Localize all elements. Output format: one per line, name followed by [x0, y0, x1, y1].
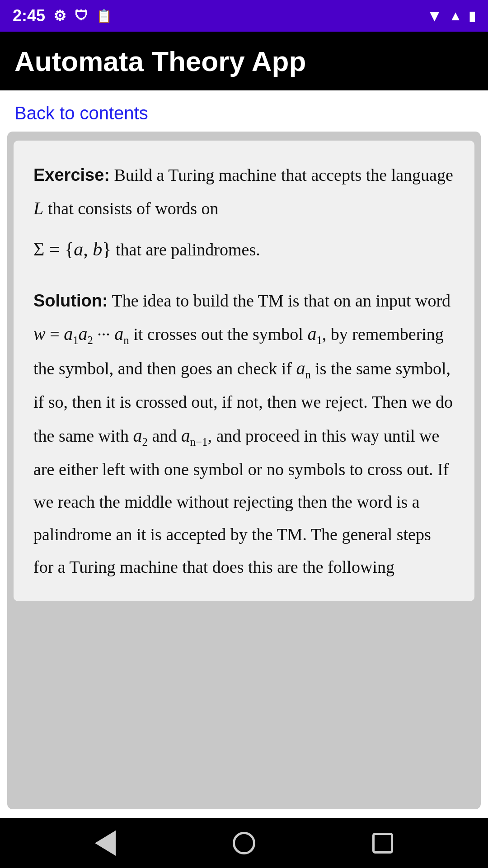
exercise-text-3: that are palindromes.: [111, 240, 260, 259]
status-left: 2:45 ⚙ 🛡 📋: [13, 6, 112, 25]
exercise-sigma-line: Σ = {a, b} that are palindromes.: [33, 230, 455, 268]
back-button[interactable]: [87, 825, 123, 861]
sim-icon: 📋: [96, 9, 112, 24]
signal-icon: ▲: [449, 8, 462, 24]
settings-icon: ⚙: [53, 7, 66, 24]
solution-text-1: The idea to build the TM is that on an i…: [33, 291, 453, 576]
solution-label: Solution:: [33, 291, 108, 310]
back-to-contents-link[interactable]: Back to contents: [0, 90, 488, 132]
exercise-label: Exercise:: [33, 165, 110, 184]
battery-icon: ▮: [469, 9, 475, 24]
home-icon: [233, 832, 255, 854]
home-button[interactable]: [226, 825, 262, 861]
shield-icon: 🛡: [75, 8, 88, 24]
recent-icon: [372, 833, 393, 854]
exercise-text-1: Build a Turing machine that accepts the …: [110, 165, 453, 184]
bottom-nav: [0, 818, 488, 868]
solution-block: Solution: The idea to build the TM is th…: [33, 284, 455, 583]
back-icon: [95, 830, 116, 856]
exercise-L: L: [33, 198, 43, 218]
status-right: ▼ ▲ ▮: [427, 6, 475, 25]
content-area: Exercise: Build a Turing machine that ac…: [7, 132, 481, 809]
wifi-icon: ▼: [427, 6, 443, 25]
content-card: Exercise: Build a Turing machine that ac…: [14, 141, 474, 601]
exercise-block: Exercise: Build a Turing machine that ac…: [33, 159, 455, 268]
app-bar: Automata Theory App: [0, 32, 488, 90]
exercise-text-2: that consists of words on: [43, 199, 218, 218]
status-bar: 2:45 ⚙ 🛡 📋 ▼ ▲ ▮: [0, 0, 488, 32]
status-time: 2:45: [13, 6, 45, 25]
app-title: Automata Theory App: [14, 45, 306, 77]
recent-button[interactable]: [365, 825, 401, 861]
